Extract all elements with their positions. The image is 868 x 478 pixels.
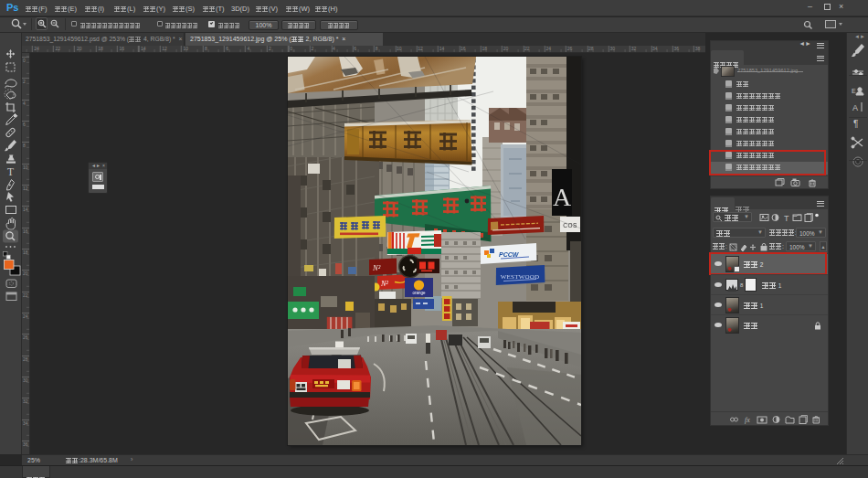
svg-text:A: A	[852, 103, 858, 112]
svg-text:N²: N²	[372, 263, 381, 272]
svg-text:PCCW: PCCW	[499, 251, 520, 258]
svg-text:N²: N²	[380, 280, 388, 288]
svg-text:T: T	[784, 214, 789, 223]
svg-text:orange: orange	[412, 291, 426, 295]
svg-text:T: T	[7, 166, 14, 177]
svg-text:fx: fx	[745, 416, 750, 424]
svg-text:A: A	[553, 183, 572, 211]
svg-text:E: E	[852, 88, 856, 94]
svg-text:¶: ¶	[853, 119, 858, 129]
